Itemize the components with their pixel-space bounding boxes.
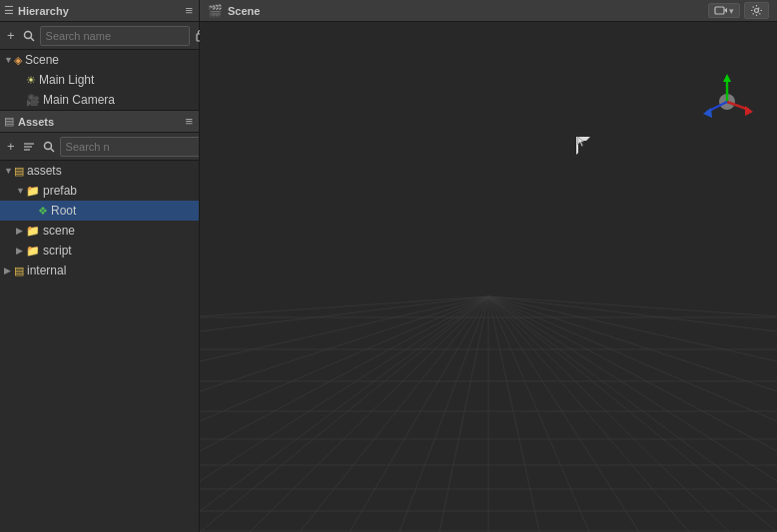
prefab-folder-label: prefab: [43, 184, 77, 198]
hierarchy-tree: ▼ ◈ Scene ☀ Main Light 🎥 Main Camera: [0, 50, 199, 110]
script-folder-label: script: [43, 244, 72, 258]
scene-viewport[interactable]: [200, 22, 777, 532]
assets-tree: ▼ ▤ assets ▼ 📁 prefab ❖ Root: [0, 161, 199, 532]
scene-folder-icon: 📁: [26, 225, 40, 238]
hierarchy-scene-root[interactable]: ▼ ◈ Scene: [0, 50, 199, 70]
assets-root-label: assets: [27, 164, 62, 178]
hierarchy-add-button[interactable]: +: [4, 26, 18, 45]
scene-camera-button[interactable]: ▾: [708, 3, 740, 18]
assets-item-root[interactable]: ❖ Root: [0, 201, 199, 221]
internal-folder-icon: ▤: [14, 265, 24, 277]
hierarchy-section: ☰ Hierarchy ≡ +: [0, 0, 199, 111]
svg-line-8: [50, 148, 53, 151]
main-camera-label: Main Camera: [43, 93, 115, 107]
scene-grid-svg: [200, 22, 777, 532]
assets-menu-icon[interactable]: ≡: [183, 114, 195, 129]
hierarchy-search-toggle[interactable]: [20, 28, 38, 44]
scene-header: 🎬 Scene ▾: [200, 0, 777, 22]
svg-marker-57: [745, 106, 753, 116]
scene-panel-icon: 🎬: [208, 4, 223, 18]
hierarchy-header: ☰ Hierarchy ≡: [0, 0, 199, 22]
root-prefab-label: Root: [51, 204, 76, 218]
svg-rect-11: [715, 7, 724, 14]
assets-sort-button[interactable]: [20, 139, 38, 155]
svg-marker-55: [723, 74, 731, 82]
svg-point-7: [44, 142, 51, 149]
scene-folder-label: scene: [43, 224, 75, 238]
assets-search-input[interactable]: [60, 137, 199, 157]
assets-root-icon: ▤: [14, 165, 24, 178]
svg-point-0: [24, 31, 31, 38]
scene-panel: 🎬 Scene ▾: [200, 0, 777, 532]
hierarchy-main-light[interactable]: ☀ Main Light: [0, 70, 199, 90]
hierarchy-main-camera[interactable]: 🎥 Main Camera: [0, 90, 199, 110]
gizmo-svg: [697, 72, 757, 132]
internal-folder-label: internal: [27, 264, 66, 277]
main-camera-icon: 🎥: [26, 94, 40, 107]
assets-section: ▤ Assets ≡ +: [0, 111, 199, 532]
main-light-icon: ☀: [26, 74, 36, 87]
root-prefab-icon: ❖: [38, 205, 48, 218]
scene-controls: ▾: [708, 2, 769, 19]
scene-settings-button[interactable]: [744, 2, 769, 19]
hierarchy-icon: ☰: [4, 4, 14, 17]
assets-folder-internal[interactable]: ▶ ▤ internal: [0, 261, 199, 280]
script-folder-icon: 📁: [26, 245, 40, 258]
svg-marker-59: [703, 108, 712, 118]
assets-toolbar: +: [0, 133, 199, 161]
assets-folder-prefab[interactable]: ▼ 📁 prefab: [0, 181, 199, 201]
orientation-gizmo: [697, 72, 757, 132]
svg-point-13: [755, 9, 759, 13]
scene-root-label: Scene: [25, 53, 59, 67]
hierarchy-menu-icon[interactable]: ≡: [183, 3, 195, 18]
assets-add-button[interactable]: +: [4, 137, 18, 156]
scene-expand-arrow: ▼: [4, 55, 14, 65]
left-panel: ☰ Hierarchy ≡ +: [0, 0, 200, 532]
hierarchy-toolbar: +: [0, 22, 199, 50]
assets-header: ▤ Assets ≡: [0, 111, 199, 133]
prefab-folder-icon: 📁: [26, 185, 40, 198]
main-light-label: Main Light: [39, 73, 94, 87]
assets-icon: ▤: [4, 115, 14, 128]
hierarchy-title: Hierarchy: [18, 5, 183, 17]
scene-root-icon: ◈: [14, 54, 22, 67]
assets-search-toggle[interactable]: [40, 139, 58, 155]
hierarchy-search-input[interactable]: [40, 26, 190, 46]
scene-panel-title: Scene: [228, 5, 708, 17]
camera-dropdown-arrow: ▾: [729, 6, 734, 16]
svg-line-1: [30, 37, 33, 40]
assets-title: Assets: [18, 116, 183, 128]
assets-folder-assets[interactable]: ▼ ▤ assets: [0, 161, 199, 181]
assets-folder-script[interactable]: ▶ 📁 script: [0, 241, 199, 261]
assets-folder-scene[interactable]: ▶ 📁 scene: [0, 221, 199, 241]
